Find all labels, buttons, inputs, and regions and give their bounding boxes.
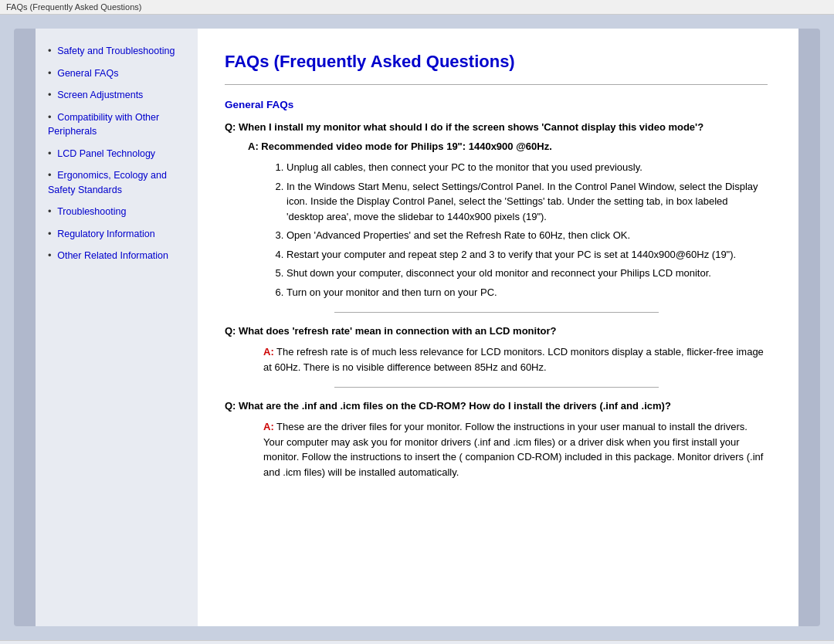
answer-2: A: The refresh rate is of much less rele… <box>263 344 768 375</box>
sidebar-link-safety[interactable]: Safety and Troubleshooting <box>57 46 175 56</box>
sidebar-link-lcd[interactable]: LCD Panel Technology <box>57 148 155 159</box>
sidebar-item-safety[interactable]: • Safety and Troubleshooting <box>48 44 188 59</box>
main-content: FAQs (Frequently Asked Questions) Genera… <box>198 29 798 626</box>
question-2: Q: What does 'refresh rate' mean in conn… <box>225 325 768 337</box>
a2-label: A: <box>263 346 274 358</box>
title-bar: FAQs (Frequently Asked Questions) <box>0 0 834 15</box>
sidebar-link-compat[interactable]: Compatibility with Other Peripherals <box>48 112 159 137</box>
question-1: Q: When I install my monitor what should… <box>225 121 768 133</box>
sidebar-item-ergo[interactable]: • Ergonomics, Ecology and Safety Standar… <box>48 168 188 197</box>
sidebar-item-screen[interactable]: • Screen Adjustments <box>48 88 188 103</box>
step-2: In the Windows Start Menu, select Settin… <box>286 179 768 225</box>
sidebar-item-general[interactable]: • General FAQs <box>48 66 188 81</box>
sidebar-item-other[interactable]: • Other Related Information <box>48 249 188 263</box>
sidebar: • Safety and Troubleshooting • General F… <box>36 29 198 626</box>
title-bar-text: FAQs (Frequently Asked Questions) <box>6 2 141 12</box>
top-divider <box>225 84 768 85</box>
sidebar-item-lcd[interactable]: • LCD Panel Technology <box>48 147 188 161</box>
sidebar-link-regulatory[interactable]: Regulatory Information <box>57 229 154 239</box>
sidebar-link-ergo[interactable]: Ergonomics, Ecology and Safety Standards <box>48 170 167 195</box>
step-5: Shut down your computer, disconnect your… <box>286 266 768 281</box>
answer-1-bold: A: Recommended video mode for Philips 19… <box>248 141 768 152</box>
sidebar-link-other[interactable]: Other Related Information <box>57 250 168 261</box>
step-4: Restart your computer and repeat step 2 … <box>286 247 768 263</box>
step-3: Open 'Advanced Properties' and set the R… <box>286 228 768 243</box>
sidebar-link-troubleshooting[interactable]: Troubleshooting <box>57 206 126 217</box>
sidebar-nav: • Safety and Troubleshooting • General F… <box>48 44 188 263</box>
step-6: Turn on your monitor and then turn on yo… <box>286 285 768 300</box>
sidebar-item-troubleshooting[interactable]: • Troubleshooting <box>48 205 188 219</box>
question-3: Q: What are the .inf and .icm files on t… <box>225 400 768 412</box>
answer-3: A: These are the driver files for your m… <box>263 419 768 480</box>
divider-2 <box>334 387 659 388</box>
section-title: General FAQs <box>225 99 768 110</box>
page-title: FAQs (Frequently Asked Questions) <box>225 52 768 72</box>
sidebar-link-screen[interactable]: Screen Adjustments <box>57 90 143 100</box>
sidebar-link-general[interactable]: General FAQs <box>57 68 118 79</box>
sidebar-item-compat[interactable]: • Compatibility with Other Peripherals <box>48 110 188 139</box>
status-bar: file:////Cnhszhctv1ds476/make%20cd/190VW… <box>0 640 834 644</box>
right-accent <box>798 29 820 626</box>
answer-1-steps: Unplug all cables, then connect your PC … <box>286 160 768 300</box>
divider-1 <box>334 312 659 313</box>
step-1: Unplug all cables, then connect your PC … <box>286 160 768 175</box>
sidebar-item-regulatory[interactable]: • Regulatory Information <box>48 227 188 242</box>
a3-label: A: <box>263 421 274 432</box>
left-accent <box>14 29 36 626</box>
